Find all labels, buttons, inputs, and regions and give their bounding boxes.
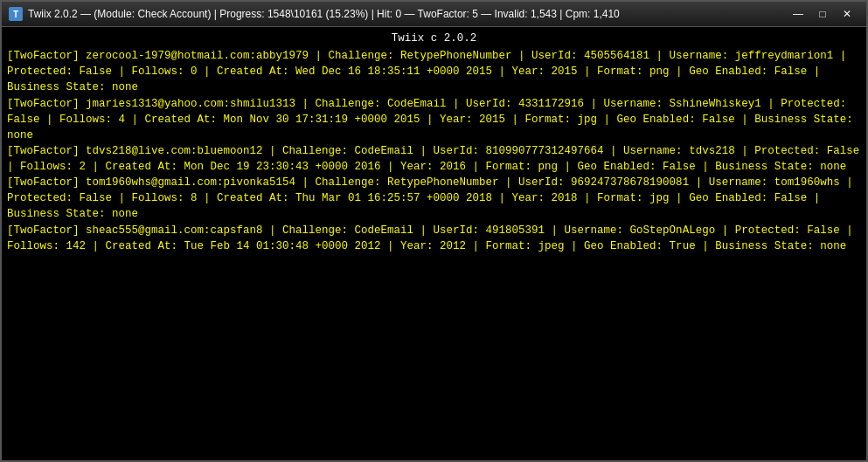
title-bar-left: T Twiix 2.0.2 — (Module: Check Account) …: [9, 7, 620, 21]
app-icon: T: [9, 7, 23, 21]
main-window: T Twiix 2.0.2 — (Module: Check Account) …: [0, 0, 868, 462]
minimize-button[interactable]: —: [786, 5, 810, 23]
console-lines: [TwoFactor] zerocool-1979@hotmail.com:ab…: [7, 48, 861, 254]
console-line: [TwoFactor] jmaries1313@yahoo.com:shmilu…: [7, 96, 861, 143]
window-controls: — □ ✕: [786, 5, 859, 23]
title-bar: T Twiix 2.0.2 — (Module: Check Account) …: [2, 2, 866, 27]
console-output: Twiix c 2.0.2 [TwoFactor] zerocool-1979@…: [2, 27, 866, 460]
console-header: Twiix c 2.0.2: [7, 31, 861, 46]
console-line: [TwoFactor] tdvs218@live.com:bluemoon12 …: [7, 143, 861, 175]
console-line: [TwoFactor] sheac555@gmail.com:capsfan8 …: [7, 223, 861, 254]
window-title: Twiix 2.0.2 — (Module: Check Account) | …: [28, 8, 620, 20]
close-button[interactable]: ✕: [835, 5, 859, 23]
console-line: [TwoFactor] zerocool-1979@hotmail.com:ab…: [7, 48, 861, 95]
console-line: [TwoFactor] tom1960whs@gmail.com:pivonka…: [7, 175, 861, 222]
maximize-button[interactable]: □: [810, 5, 835, 23]
